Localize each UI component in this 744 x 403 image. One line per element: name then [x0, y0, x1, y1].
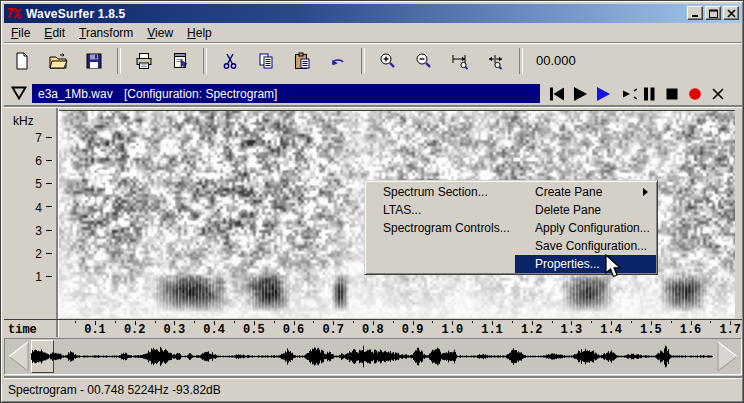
cut-button[interactable] — [217, 48, 243, 74]
statusbar-separator — [4, 376, 742, 378]
menu-item-spectrogram-controls[interactable]: Spectrogram Controls... — [367, 219, 515, 237]
record-icon — [687, 86, 703, 102]
save-button[interactable] — [81, 48, 107, 74]
time-tick-label: 1.3 — [556, 323, 586, 337]
freq-tick-5: 5 — [12, 177, 52, 191]
waveform-scrollbar — [4, 338, 742, 375]
time-tick-label: 1.6 — [676, 323, 706, 337]
open-button[interactable] — [45, 48, 71, 74]
time-minor-tick — [472, 321, 473, 323]
time-tick-label: 1.0 — [437, 323, 467, 337]
menu-transform[interactable]: Transform — [72, 25, 140, 41]
undo-button[interactable] — [325, 48, 351, 74]
zoom-in-button[interactable] — [375, 48, 401, 74]
wavesurfer-window: WaveSurfer 1.8.5 FileEditTransformViewHe… — [0, 0, 744, 403]
save-floppy-icon — [84, 51, 104, 71]
new-button[interactable] — [9, 48, 35, 74]
wavesurfer-logo — [7, 7, 22, 20]
time-axis-separator — [56, 320, 58, 337]
stop-button[interactable] — [660, 84, 683, 104]
time-minor-tick — [234, 321, 235, 323]
time-minor-tick — [552, 321, 553, 323]
menu-item-delete-pane[interactable]: Delete Pane — [515, 201, 656, 219]
menu-item-apply-configuration[interactable]: Apply Configuration... — [515, 219, 656, 237]
zoom-out-button[interactable] — [411, 48, 437, 74]
scroll-right-button[interactable] — [714, 340, 740, 373]
freq-tick-6: 6 — [12, 154, 52, 168]
skip-to-start-button[interactable] — [545, 84, 568, 104]
undo-arrow-icon — [328, 51, 348, 71]
freq-tick-3: 3 — [12, 224, 52, 238]
zoom-selection-button[interactable] — [447, 48, 473, 74]
play-button[interactable] — [568, 84, 591, 104]
menu-item-spectrum-section[interactable]: Spectrum Section... — [367, 183, 515, 201]
maximize-button[interactable] — [705, 6, 721, 20]
menu-view[interactable]: View — [140, 25, 180, 41]
freq-tick-2: 2 — [12, 247, 52, 261]
properties-dialog-button[interactable] — [167, 48, 193, 74]
close-sound-icon — [710, 86, 726, 102]
pause-button[interactable] — [637, 84, 660, 104]
menubar: FileEditTransformViewHelp — [4, 24, 742, 43]
sound-titlebar[interactable]: e3a_1Mb.wav [Configuration: Spectrogram] — [32, 84, 540, 103]
statusbar-text: Spectrogram - 00.748 5224Hz -93.82dB — [8, 383, 221, 397]
close-sound-button[interactable] — [706, 84, 729, 104]
zoom-in-icon — [378, 51, 398, 71]
time-minor-tick — [710, 321, 711, 323]
sound-pane-header: e3a_1Mb.wav [Configuration: Spectrogram] — [4, 82, 742, 105]
minimize-button[interactable] — [687, 6, 703, 20]
time-tick-label: 1.1 — [477, 323, 507, 337]
time-minor-tick — [512, 321, 513, 323]
play-loop-icon — [615, 86, 637, 102]
time-minor-tick — [115, 321, 116, 323]
record-button[interactable] — [683, 84, 706, 104]
play-blue-icon — [594, 86, 612, 102]
zoom-all-button[interactable] — [483, 48, 509, 74]
zoom-out-icon — [414, 51, 434, 71]
menu-item-create-pane[interactable]: Create Pane — [515, 183, 656, 201]
scroll-right-arrow-icon — [714, 340, 740, 373]
paste-button[interactable] — [289, 48, 315, 74]
scroll-left-button[interactable] — [6, 340, 32, 373]
time-minor-tick — [631, 321, 632, 323]
transport-controls — [545, 84, 729, 104]
sound-filename: e3a_1Mb.wav — [38, 87, 113, 101]
context-menu-left-column: Spectrum Section...LTAS...Spectrogram Co… — [367, 183, 515, 237]
minimize-icon — [691, 9, 700, 18]
time-tick-label: 1.7 — [715, 323, 742, 337]
time-tick-label: 1.2 — [517, 323, 547, 337]
time-tick-label: 0.7 — [318, 323, 348, 337]
menu-file[interactable]: File — [4, 25, 37, 41]
stop-icon — [664, 86, 680, 102]
properties-dialog-icon — [170, 51, 190, 71]
play-icon — [571, 86, 589, 102]
menu-item-save-configuration[interactable]: Save Configuration... — [515, 237, 656, 255]
time-tick-label: 0.3 — [159, 323, 189, 337]
time-minor-tick — [432, 321, 433, 323]
time-minor-tick — [274, 321, 275, 323]
menu-help[interactable]: Help — [180, 25, 219, 41]
menu-edit[interactable]: Edit — [37, 25, 72, 41]
close-button[interactable] — [723, 6, 739, 20]
copy-button[interactable] — [253, 48, 279, 74]
time-axis: time 0.10.20.30.40.50.60.70.80.91.01.11.… — [4, 319, 742, 337]
menu-item-ltas[interactable]: LTAS... — [367, 201, 515, 219]
print-button[interactable] — [131, 48, 157, 74]
waveform-canvas[interactable] — [31, 340, 713, 373]
play-loop-button[interactable] — [614, 84, 637, 104]
collapse-pane-button[interactable] — [9, 86, 29, 102]
time-tick-label: 1.4 — [596, 323, 626, 337]
time-minor-tick — [75, 321, 76, 323]
zoom-all-icon — [486, 51, 506, 71]
time-minor-tick — [393, 321, 394, 323]
toolbar-separator — [519, 48, 523, 74]
play-from-cursor-button[interactable] — [591, 84, 614, 104]
statusbar: Spectrogram - 00.748 5224Hz -93.82dB — [4, 379, 742, 401]
cut-scissors-icon — [220, 51, 240, 71]
copy-icon — [256, 51, 276, 71]
time-minor-tick — [313, 321, 314, 323]
window-titlebar[interactable]: WaveSurfer 1.8.5 — [4, 4, 742, 23]
new-file-icon — [12, 51, 32, 71]
menu-item-properties[interactable]: Properties... — [515, 255, 656, 273]
scroll-left-arrow-icon — [6, 340, 32, 373]
